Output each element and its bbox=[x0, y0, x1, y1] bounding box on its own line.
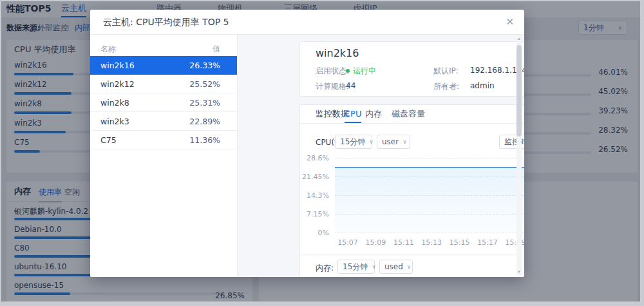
monitor-header: 监控数据 CPU内存磁盘容量 bbox=[300, 105, 524, 124]
chevron-down-icon: ∨ bbox=[407, 263, 412, 270]
cpu-top5-modal: 云主机: CPU平均使用率 TOP 5 ✕ 名称 值 win2k1626.33%… bbox=[90, 10, 524, 277]
modal-list-row[interactable]: win2k825.31% bbox=[90, 93, 237, 112]
monitor-tab-3[interactable]: 磁盘容量 bbox=[392, 105, 425, 122]
row-value: 25.52% bbox=[189, 75, 220, 93]
y-tick-label: 21.45% bbox=[298, 173, 329, 181]
vm-summary-card: win2k16 启用状态:运行中默认IP:192.168.1.174计算规格:4… bbox=[299, 41, 524, 97]
x-tick-label: 15:17 bbox=[473, 238, 502, 247]
x-tick-label: 15:07 bbox=[334, 238, 362, 247]
cpu-metric-value: user bbox=[382, 137, 399, 146]
mem-metric-value: used bbox=[384, 262, 403, 271]
field-value-text: admin bbox=[470, 81, 495, 90]
chevron-down-icon: ∨ bbox=[372, 263, 376, 270]
monitor-tab-1[interactable]: CPU bbox=[345, 105, 361, 123]
cpu-usage-chart bbox=[335, 158, 524, 233]
status-dot-icon bbox=[346, 69, 350, 73]
monitor-card: 监控数据 CPU内存磁盘容量 CPU(%): 15分钟 ∨ user ∨ 监控对… bbox=[299, 104, 524, 277]
y-tick-label: 14.3% bbox=[298, 191, 329, 200]
field-label: 计算规格: bbox=[316, 81, 349, 92]
cpu-usage-area bbox=[335, 167, 524, 233]
y-tick-label: 7.15% bbox=[298, 210, 329, 218]
scroll-down-icon[interactable]: ▾ bbox=[516, 269, 522, 275]
list-header: 名称 值 bbox=[90, 44, 237, 54]
monitor-tab-2[interactable]: 内存 bbox=[365, 105, 382, 122]
row-name: win2k12 bbox=[100, 75, 135, 93]
cpu-period-value: 15分钟 bbox=[340, 137, 365, 148]
scroll-up-icon[interactable]: ▴ bbox=[516, 35, 522, 42]
close-icon[interactable]: ✕ bbox=[506, 10, 514, 34]
field-value-text: 运行中 bbox=[353, 66, 376, 75]
field-value: 44 bbox=[346, 81, 355, 90]
modal-detail-pane: win2k16 启用状态:运行中默认IP:192.168.1.174计算规格:4… bbox=[238, 35, 524, 277]
modal-list-row[interactable]: win2k1626.33% bbox=[90, 56, 237, 75]
row-value: 26.33% bbox=[189, 56, 220, 75]
list-header-value: 值 bbox=[213, 44, 220, 55]
modal-title: 云主机: CPU平均使用率 TOP 5 bbox=[103, 10, 229, 34]
x-tick-label: 15:09 bbox=[361, 238, 390, 247]
field-label: 启用状态: bbox=[316, 66, 349, 77]
y-tick-label: 0% bbox=[298, 229, 329, 237]
gridline bbox=[335, 233, 524, 233]
cpu-period-select[interactable]: 15分钟 ∨ bbox=[335, 135, 372, 149]
dashboard-screen: 性能TOP5 云主机路由器物理机三层网络虚拟IP 数据来源: 外部监控内部监控 … bbox=[0, 0, 644, 306]
row-name: win2k8 bbox=[100, 93, 129, 112]
mem-period-select[interactable]: 15分钟 ∨ bbox=[337, 260, 375, 274]
row-name: C75 bbox=[100, 131, 117, 149]
row-value: 22.89% bbox=[189, 112, 220, 131]
chevron-down-icon: ∨ bbox=[402, 139, 407, 145]
divider bbox=[300, 254, 524, 254]
x-tick-label: 15:15 bbox=[446, 238, 474, 247]
scrollbar-thumb[interactable] bbox=[516, 45, 522, 137]
vm-name: win2k16 bbox=[316, 47, 359, 59]
field-value: admin bbox=[470, 81, 495, 90]
modal-list-row[interactable]: win2k322.89% bbox=[90, 112, 237, 131]
y-tick-label: 28.6% bbox=[298, 154, 329, 162]
modal-list-row[interactable]: win2k1225.52% bbox=[90, 75, 237, 93]
chart-x-axis: 15:0715:0915:1115:1315:1515:1715:1915:21 bbox=[335, 238, 524, 247]
chart-y-axis: 0%7.15%14.3%21.45%28.6% bbox=[300, 158, 332, 233]
mem-metric-label: 内存: bbox=[316, 263, 334, 274]
list-rows: win2k1626.33%win2k1225.52%win2k825.31%wi… bbox=[90, 56, 237, 149]
modal-host-list: 名称 值 win2k1626.33%win2k1225.52%win2k825.… bbox=[90, 35, 238, 277]
mem-metric-select[interactable]: used ∨ bbox=[379, 260, 413, 274]
x-tick-label: 15:11 bbox=[390, 238, 418, 247]
x-tick-label: 15:13 bbox=[417, 238, 446, 247]
row-value: 11.36% bbox=[189, 131, 220, 149]
cpu-metric-select[interactable]: user ∨ bbox=[377, 135, 410, 149]
field-value-text: 44 bbox=[346, 81, 355, 90]
field-label: 默认IP: bbox=[433, 66, 459, 77]
row-name: win2k3 bbox=[100, 112, 129, 131]
modal-scrollbar[interactable]: ▴ ▾ bbox=[516, 35, 522, 276]
modal-titlebar: 云主机: CPU平均使用率 TOP 5 ✕ bbox=[90, 10, 524, 35]
row-name: win2k16 bbox=[100, 56, 135, 75]
modal-list-row[interactable]: C7511.36% bbox=[90, 131, 237, 149]
field-label: 所有者: bbox=[433, 81, 459, 92]
field-value: 运行中 bbox=[346, 66, 376, 77]
mem-period-value: 15分钟 bbox=[343, 262, 368, 273]
row-value: 25.31% bbox=[189, 93, 220, 112]
chevron-down-icon: ∨ bbox=[369, 139, 374, 145]
list-header-name: 名称 bbox=[100, 44, 116, 55]
